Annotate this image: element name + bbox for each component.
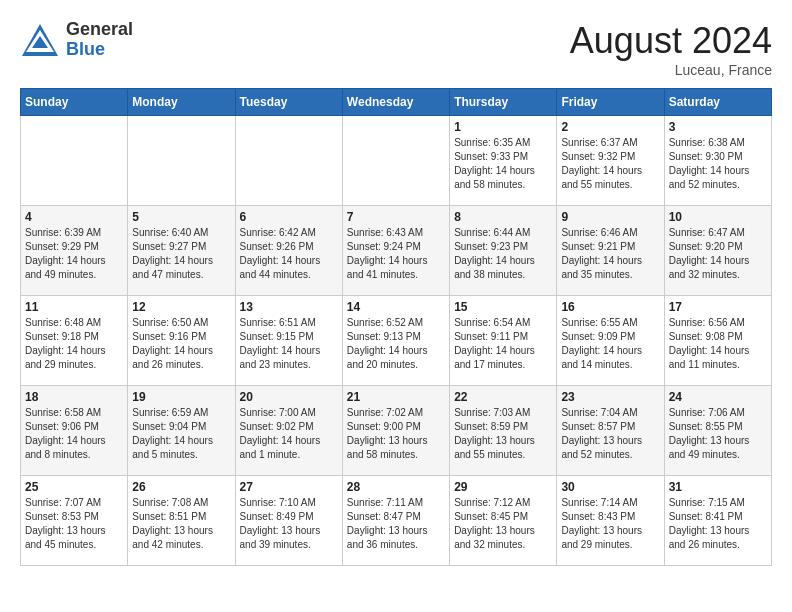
calendar-cell: 7Sunrise: 6:43 AM Sunset: 9:24 PM Daylig… [342,206,449,296]
calendar-cell: 29Sunrise: 7:12 AM Sunset: 8:45 PM Dayli… [450,476,557,566]
day-info: Sunrise: 6:38 AM Sunset: 9:30 PM Dayligh… [669,136,767,192]
day-info: Sunrise: 6:39 AM Sunset: 9:29 PM Dayligh… [25,226,123,282]
calendar-cell: 3Sunrise: 6:38 AM Sunset: 9:30 PM Daylig… [664,116,771,206]
location: Luceau, France [570,62,772,78]
calendar-table: SundayMondayTuesdayWednesdayThursdayFrid… [20,88,772,566]
calendar-cell: 11Sunrise: 6:48 AM Sunset: 9:18 PM Dayli… [21,296,128,386]
day-info: Sunrise: 7:06 AM Sunset: 8:55 PM Dayligh… [669,406,767,462]
logo-blue-text: Blue [66,40,133,60]
day-number: 31 [669,480,767,494]
calendar-cell: 4Sunrise: 6:39 AM Sunset: 9:29 PM Daylig… [21,206,128,296]
logo-icon [20,22,60,58]
day-info: Sunrise: 6:43 AM Sunset: 9:24 PM Dayligh… [347,226,445,282]
day-number: 11 [25,300,123,314]
day-info: Sunrise: 6:50 AM Sunset: 9:16 PM Dayligh… [132,316,230,372]
calendar-cell: 22Sunrise: 7:03 AM Sunset: 8:59 PM Dayli… [450,386,557,476]
calendar-cell [21,116,128,206]
calendar-cell [235,116,342,206]
day-number: 5 [132,210,230,224]
day-info: Sunrise: 6:55 AM Sunset: 9:09 PM Dayligh… [561,316,659,372]
day-info: Sunrise: 7:14 AM Sunset: 8:43 PM Dayligh… [561,496,659,552]
day-info: Sunrise: 6:52 AM Sunset: 9:13 PM Dayligh… [347,316,445,372]
page-header: General Blue August 2024 Luceau, France [20,20,772,78]
day-info: Sunrise: 7:04 AM Sunset: 8:57 PM Dayligh… [561,406,659,462]
calendar-header-row: SundayMondayTuesdayWednesdayThursdayFrid… [21,89,772,116]
day-number: 4 [25,210,123,224]
day-number: 28 [347,480,445,494]
calendar-cell: 18Sunrise: 6:58 AM Sunset: 9:06 PM Dayli… [21,386,128,476]
col-header-thursday: Thursday [450,89,557,116]
day-number: 20 [240,390,338,404]
day-number: 9 [561,210,659,224]
calendar-cell: 31Sunrise: 7:15 AM Sunset: 8:41 PM Dayli… [664,476,771,566]
day-info: Sunrise: 6:47 AM Sunset: 9:20 PM Dayligh… [669,226,767,282]
logo-general-text: General [66,20,133,40]
calendar-cell: 25Sunrise: 7:07 AM Sunset: 8:53 PM Dayli… [21,476,128,566]
logo: General Blue [20,20,133,60]
calendar-cell: 16Sunrise: 6:55 AM Sunset: 9:09 PM Dayli… [557,296,664,386]
day-number: 23 [561,390,659,404]
calendar-cell [342,116,449,206]
day-info: Sunrise: 7:07 AM Sunset: 8:53 PM Dayligh… [25,496,123,552]
calendar-cell: 8Sunrise: 6:44 AM Sunset: 9:23 PM Daylig… [450,206,557,296]
day-info: Sunrise: 7:11 AM Sunset: 8:47 PM Dayligh… [347,496,445,552]
calendar-cell: 12Sunrise: 6:50 AM Sunset: 9:16 PM Dayli… [128,296,235,386]
day-number: 19 [132,390,230,404]
calendar-cell: 15Sunrise: 6:54 AM Sunset: 9:11 PM Dayli… [450,296,557,386]
calendar-cell: 30Sunrise: 7:14 AM Sunset: 8:43 PM Dayli… [557,476,664,566]
day-info: Sunrise: 6:46 AM Sunset: 9:21 PM Dayligh… [561,226,659,282]
day-info: Sunrise: 6:59 AM Sunset: 9:04 PM Dayligh… [132,406,230,462]
day-number: 14 [347,300,445,314]
calendar-cell: 5Sunrise: 6:40 AM Sunset: 9:27 PM Daylig… [128,206,235,296]
day-info: Sunrise: 7:03 AM Sunset: 8:59 PM Dayligh… [454,406,552,462]
calendar-cell: 27Sunrise: 7:10 AM Sunset: 8:49 PM Dayli… [235,476,342,566]
calendar-cell: 23Sunrise: 7:04 AM Sunset: 8:57 PM Dayli… [557,386,664,476]
day-number: 1 [454,120,552,134]
day-info: Sunrise: 7:10 AM Sunset: 8:49 PM Dayligh… [240,496,338,552]
day-number: 6 [240,210,338,224]
day-number: 8 [454,210,552,224]
calendar-cell: 20Sunrise: 7:00 AM Sunset: 9:02 PM Dayli… [235,386,342,476]
day-info: Sunrise: 6:56 AM Sunset: 9:08 PM Dayligh… [669,316,767,372]
day-number: 21 [347,390,445,404]
day-number: 27 [240,480,338,494]
calendar-week-row: 18Sunrise: 6:58 AM Sunset: 9:06 PM Dayli… [21,386,772,476]
day-number: 26 [132,480,230,494]
day-number: 10 [669,210,767,224]
calendar-week-row: 1Sunrise: 6:35 AM Sunset: 9:33 PM Daylig… [21,116,772,206]
calendar-cell: 10Sunrise: 6:47 AM Sunset: 9:20 PM Dayli… [664,206,771,296]
day-number: 16 [561,300,659,314]
day-info: Sunrise: 6:42 AM Sunset: 9:26 PM Dayligh… [240,226,338,282]
calendar-cell: 2Sunrise: 6:37 AM Sunset: 9:32 PM Daylig… [557,116,664,206]
calendar-cell: 9Sunrise: 6:46 AM Sunset: 9:21 PM Daylig… [557,206,664,296]
day-number: 22 [454,390,552,404]
calendar-cell: 13Sunrise: 6:51 AM Sunset: 9:15 PM Dayli… [235,296,342,386]
day-number: 3 [669,120,767,134]
calendar-week-row: 4Sunrise: 6:39 AM Sunset: 9:29 PM Daylig… [21,206,772,296]
calendar-cell: 19Sunrise: 6:59 AM Sunset: 9:04 PM Dayli… [128,386,235,476]
day-number: 18 [25,390,123,404]
day-info: Sunrise: 6:58 AM Sunset: 9:06 PM Dayligh… [25,406,123,462]
day-info: Sunrise: 7:12 AM Sunset: 8:45 PM Dayligh… [454,496,552,552]
calendar-cell: 26Sunrise: 7:08 AM Sunset: 8:51 PM Dayli… [128,476,235,566]
calendar-week-row: 25Sunrise: 7:07 AM Sunset: 8:53 PM Dayli… [21,476,772,566]
day-info: Sunrise: 6:37 AM Sunset: 9:32 PM Dayligh… [561,136,659,192]
day-info: Sunrise: 6:54 AM Sunset: 9:11 PM Dayligh… [454,316,552,372]
day-number: 25 [25,480,123,494]
calendar-cell: 1Sunrise: 6:35 AM Sunset: 9:33 PM Daylig… [450,116,557,206]
calendar-week-row: 11Sunrise: 6:48 AM Sunset: 9:18 PM Dayli… [21,296,772,386]
col-header-monday: Monday [128,89,235,116]
day-info: Sunrise: 6:44 AM Sunset: 9:23 PM Dayligh… [454,226,552,282]
day-info: Sunrise: 6:48 AM Sunset: 9:18 PM Dayligh… [25,316,123,372]
calendar-cell [128,116,235,206]
day-number: 30 [561,480,659,494]
day-info: Sunrise: 6:40 AM Sunset: 9:27 PM Dayligh… [132,226,230,282]
day-info: Sunrise: 7:02 AM Sunset: 9:00 PM Dayligh… [347,406,445,462]
col-header-tuesday: Tuesday [235,89,342,116]
calendar-cell: 24Sunrise: 7:06 AM Sunset: 8:55 PM Dayli… [664,386,771,476]
calendar-cell: 6Sunrise: 6:42 AM Sunset: 9:26 PM Daylig… [235,206,342,296]
day-number: 2 [561,120,659,134]
day-info: Sunrise: 6:51 AM Sunset: 9:15 PM Dayligh… [240,316,338,372]
calendar-cell: 14Sunrise: 6:52 AM Sunset: 9:13 PM Dayli… [342,296,449,386]
month-title: August 2024 [570,20,772,62]
